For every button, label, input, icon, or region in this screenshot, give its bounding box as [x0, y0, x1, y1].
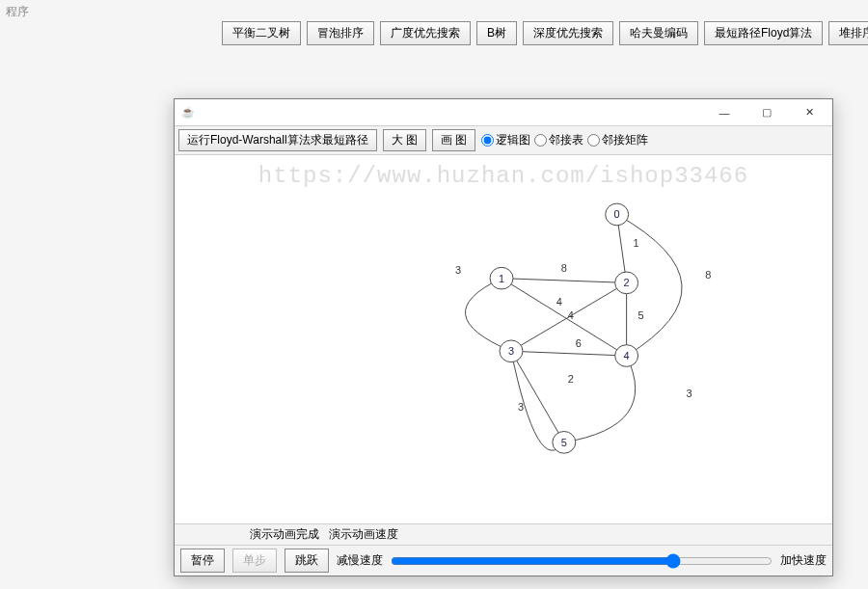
svg-text:8: 8	[705, 269, 711, 281]
inner-toolbar: 运行Floyd-Warshall算法求最短路径 大 图 画 图 逻辑图 邻接表 …	[175, 126, 832, 155]
status-bar: 演示动画完成 演示动画速度	[175, 523, 832, 545]
run-floyd-button[interactable]: 运行Floyd-Warshall算法求最短路径	[178, 129, 377, 151]
svg-text:5: 5	[561, 437, 567, 448]
graph-svg: 18344563328012345	[175, 155, 832, 523]
view-mode-radio-group: 逻辑图 邻接表 邻接矩阵	[481, 132, 648, 148]
svg-text:1: 1	[634, 237, 639, 249]
svg-text:8: 8	[561, 262, 567, 274]
svg-text:6: 6	[576, 337, 582, 349]
speed-slider[interactable]	[391, 553, 773, 569]
svg-text:3: 3	[455, 264, 461, 276]
java-icon: ☕	[180, 105, 196, 120]
outer-window-title: 程序	[6, 4, 29, 20]
svg-text:0: 0	[614, 209, 620, 221]
toolbar-btn-heap[interactable]: 堆排序	[828, 21, 868, 45]
toolbar-btn-huffman[interactable]: 哈夫曼编码	[619, 21, 698, 45]
draw-image-button[interactable]: 画 图	[432, 129, 475, 151]
svg-text:5: 5	[638, 309, 644, 321]
svg-text:4: 4	[624, 350, 630, 361]
toolbar-btn-dfs[interactable]: 深度优先搜索	[523, 21, 613, 45]
radio-adjlist[interactable]: 邻接表	[534, 132, 583, 148]
radio-logic-input[interactable]	[481, 134, 494, 147]
radio-logic-label: 逻辑图	[496, 132, 530, 148]
titlebar: ☕ — ▢ ✕	[175, 99, 832, 126]
radio-adjmatrix-input[interactable]	[587, 134, 600, 147]
svg-text:3: 3	[518, 401, 524, 413]
svg-text:1: 1	[499, 273, 504, 284]
main-toolbar: 平衡二叉树 冒泡排序 广度优先搜索 B树 深度优先搜索 哈夫曼编码 最短路径Fl…	[222, 21, 868, 45]
toolbar-btn-btree[interactable]: B树	[476, 21, 517, 45]
radio-adjmatrix-label: 邻接矩阵	[602, 132, 648, 148]
toolbar-btn-avl[interactable]: 平衡二叉树	[222, 21, 301, 45]
radio-adjmatrix[interactable]: 邻接矩阵	[587, 132, 648, 148]
toolbar-btn-bubble[interactable]: 冒泡排序	[307, 21, 374, 45]
window-close-button[interactable]: ✕	[788, 101, 830, 124]
slow-speed-label: 减慢速度	[337, 552, 383, 569]
speed-slider-wrap	[391, 553, 773, 569]
step-button[interactable]: 单步	[232, 549, 277, 573]
big-image-button[interactable]: 大 图	[383, 129, 426, 151]
radio-logic[interactable]: 逻辑图	[481, 132, 530, 148]
svg-text:2: 2	[568, 374, 574, 386]
window-minimize-button[interactable]: —	[703, 101, 746, 124]
pause-button[interactable]: 暂停	[180, 549, 225, 573]
svg-text:4: 4	[556, 296, 562, 308]
radio-adjlist-input[interactable]	[534, 134, 547, 147]
svg-text:2: 2	[624, 278, 630, 289]
bottom-controls: 暂停 单步 跳跃 减慢速度 加快速度	[175, 545, 832, 576]
skip-button[interactable]: 跳跃	[285, 549, 329, 573]
status-animation-done: 演示动画完成	[250, 526, 319, 543]
toolbar-btn-bfs[interactable]: 广度优先搜索	[380, 21, 471, 45]
svg-text:3: 3	[686, 388, 692, 399]
fast-speed-label: 加快速度	[780, 552, 827, 569]
svg-text:3: 3	[508, 345, 514, 357]
status-animation-speed-label: 演示动画速度	[329, 526, 398, 543]
graph-canvas[interactable]: https://www.huzhan.com/ishop33466 183445…	[175, 155, 832, 523]
toolbar-btn-floyd[interactable]: 最短路径Floyd算法	[704, 21, 823, 45]
inner-window: ☕ — ▢ ✕ 运行Floyd-Warshall算法求最短路径 大 图 画 图 …	[174, 98, 833, 576]
radio-adjlist-label: 邻接表	[549, 132, 583, 148]
window-maximize-button[interactable]: ▢	[746, 101, 788, 124]
